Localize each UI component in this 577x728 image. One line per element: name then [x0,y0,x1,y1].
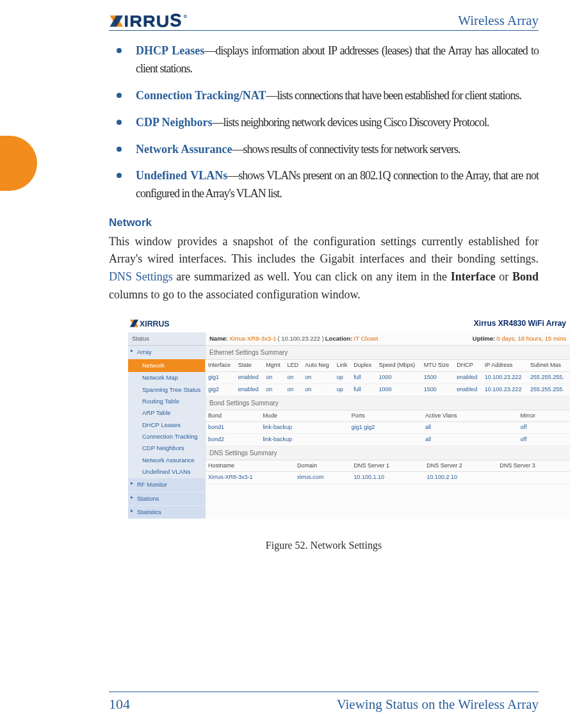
table-header-row: Interface State Mgmt LED Auto Neg Link D… [206,360,570,371]
sidebar-item[interactable]: Network Map [128,372,205,384]
th: State [236,360,264,371]
svg-rect-2 [125,15,127,27]
bullet-item: CDP Neighbors—lists neighboring network … [109,114,539,132]
xirrus-logo: R [109,13,199,29]
th: Mgmt [263,360,284,371]
name-label: Name: [209,335,228,343]
th: Bond [206,410,260,422]
bullet-list: DHCP Leases—displays information about I… [109,42,539,203]
uptime-label: Uptime: [473,335,495,343]
doc-title: Wireless Array [458,13,539,29]
bold-label: Interface [451,270,496,283]
section-paragraph: This window provides a snapshot of the c… [109,233,539,305]
table-row[interactable]: gig1enabledonononupfull10001500enabled10… [206,372,570,384]
th: Domain [295,460,352,472]
term-link[interactable]: CDP Neighbors [136,116,213,129]
th: Interface [206,360,236,371]
side-tab-notch [0,136,37,191]
name-value: Xirrus-XR8-3x3-1 [229,335,276,343]
bold-label: Bond [512,270,539,283]
bond-panel-heading: Bond Settings Summary [206,396,570,410]
embed-main: Name: Xirrus-XR8-3x3-1 ( 10.100.23.222 )… [205,332,570,519]
th: DNS Server 2 [424,460,497,472]
th: Subnet Mas [528,360,570,371]
term-link[interactable]: Undefined VLANs [136,169,227,182]
embed-header: XIRRUS Xirrus XR4830 WiFi Array [128,317,570,332]
th: Hostname [206,460,295,472]
sidebar-item[interactable]: Undefined VLANs [128,466,205,478]
th: DNS Server 3 [497,460,570,472]
term-link[interactable]: DHCP Leases [136,44,204,57]
section-heading: Network [109,214,539,231]
info-bar: Name: Xirrus-XR8-3x3-1 ( 10.100.23.222 )… [206,332,570,346]
dns-panel-heading: DNS Settings Summary [206,446,570,460]
figure-caption: Figure 52. Network Settings [109,538,539,554]
table-row[interactable]: gig2enabledonononupfull10001500enabled10… [206,384,570,396]
sidebar-item[interactable]: Connection Tracking [128,431,205,442]
th: DNS Server 1 [352,460,425,472]
page-header: R Wireless Array [109,13,539,31]
sidebar-item[interactable]: ARP Table [128,407,205,419]
term-link[interactable]: Connection Tracking/NAT [136,89,266,102]
table-row[interactable]: Xirrus-XR8-3x3-1xirrus.com10.100.1.1010.… [206,472,570,484]
bullet-desc: —lists connections that have been establ… [266,89,521,102]
th: MTU Size [421,360,455,371]
sidebar-item[interactable]: Routing Table [128,396,205,407]
location-label: Location: [325,335,353,343]
para-text: or [496,270,512,283]
sidebar-section[interactable]: Stations [128,492,205,505]
table-row[interactable]: bond1link-backupgig1 gig2alloff [206,422,570,434]
product-title: Xirrus XR4830 WiFi Array [474,319,566,329]
bullet-item: Connection Tracking/NAT—lists connection… [109,87,539,105]
page-footer: 104 Viewing Status on the Wireless Array [109,692,539,713]
svg-text:XIRRUS: XIRRUS [140,320,169,328]
dns-table: Hostname Domain DNS Server 1 DNS Server … [206,460,570,484]
body-content: DHCP Leases—displays information about I… [109,42,539,554]
sidebar-section[interactable]: Statistics [128,506,205,519]
dns-settings-link[interactable]: DNS Settings [109,270,173,283]
th: Auto Neg [302,360,334,371]
th: Active Vlans [423,410,518,422]
bullet-desc: —lists neighboring network devices using… [213,116,489,129]
uptime-value: 0 days, 18 hours, 15 mins [496,335,566,343]
th: IP Address [482,360,528,371]
sidebar-status-head: Status [128,332,205,346]
para-text: are summarized as well. You can click on… [173,270,451,283]
ip-value: ( 10.100.23.222 ) [277,335,323,343]
footer-title: Viewing Status on the Wireless Array [337,697,539,713]
page: R Wireless Array DHCP Leases—displays in… [0,0,577,728]
sidebar-item[interactable]: Spanning Tree Status [128,384,205,396]
bullet-item: DHCP Leases—displays information about I… [109,42,539,78]
sidebar-item[interactable]: Network Assurance [128,455,205,466]
th: LED [284,360,302,371]
eth-table: Interface State Mgmt LED Auto Neg Link D… [206,360,570,396]
th: Duplex [351,360,376,371]
th: Link [334,360,352,371]
bullet-desc: —shows results of connectivity tests for… [232,143,460,156]
xirrus-mini-logo: XIRRUS [129,318,187,328]
bullet-item: Undefined VLANs—shows VLANs present on a… [109,167,539,203]
location-value: IT Closet [354,335,378,343]
sidebar-item[interactable]: CDP Neighbors [128,442,205,454]
bond-table: Bond Mode Ports Active Vlans Mirror bond… [206,410,570,446]
sidebar-item-network-active[interactable]: Network [128,359,205,372]
sidebar-item[interactable]: DHCP Leases [128,419,205,431]
th: Mode [260,410,348,422]
embedded-screenshot: XIRRUS Xirrus XR4830 WiFi Array Status A… [128,317,570,519]
embed-body: Status Array Network Network Map Spannin… [128,332,570,519]
th: DHCP [454,360,482,371]
th: Speed (Mbps) [376,360,421,371]
term-link[interactable]: Network Assurance [136,143,232,156]
para-text: This window provides a snapshot of the c… [109,235,539,266]
embed-sidebar: Status Array Network Network Map Spannin… [128,332,205,519]
table-header-row: Hostname Domain DNS Server 1 DNS Server … [206,460,570,472]
table-row[interactable]: bond2link-backupalloff [206,433,570,446]
page-number: 104 [109,696,130,713]
table-header-row: Bond Mode Ports Active Vlans Mirror [206,410,570,422]
eth-panel-heading: Ethernet Settings Summary [206,346,570,360]
th: Ports [349,410,423,422]
para-text: columns to go to the associated configur… [109,288,361,301]
sidebar-item-array[interactable]: Array [128,346,205,359]
th: Mirror [518,410,570,422]
sidebar-section[interactable]: RF Monitor [128,478,205,491]
